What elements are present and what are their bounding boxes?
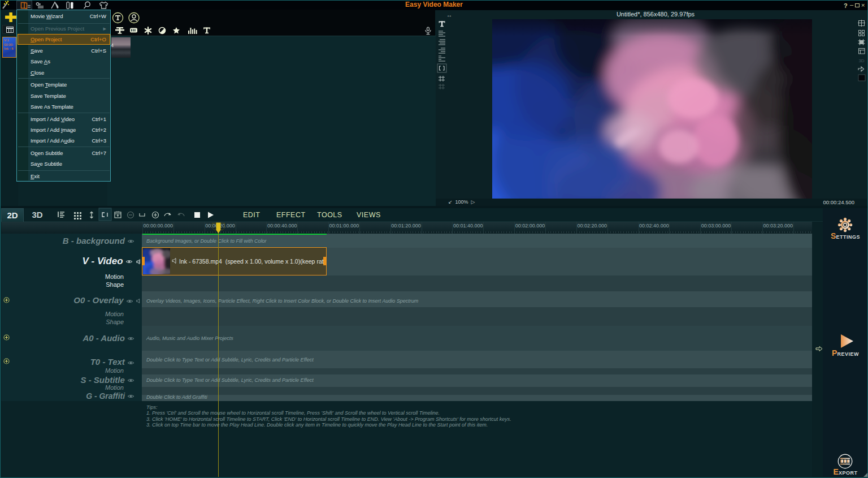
svg-text:3D: 3D (858, 58, 864, 63)
